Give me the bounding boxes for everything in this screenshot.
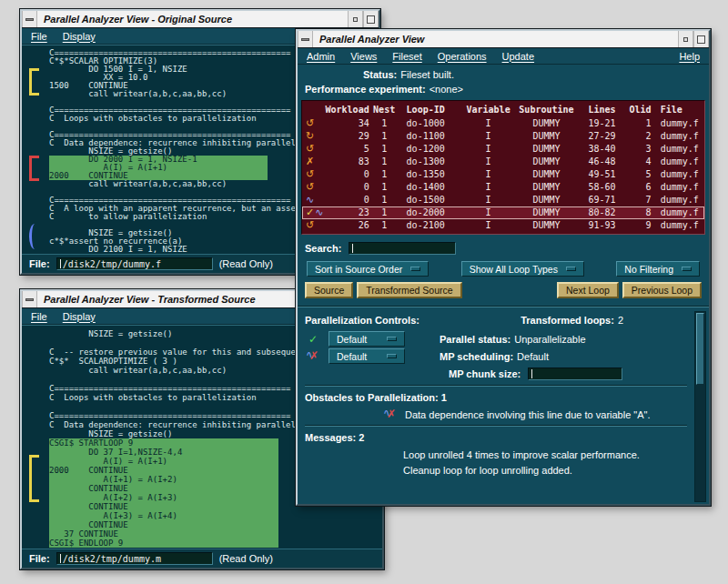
control-row-1: ✓ Default Parallel status:Unparallelizab… xyxy=(305,330,687,347)
menu-item[interactable]: Fileset xyxy=(392,51,421,62)
menu-item[interactable]: Operations xyxy=(438,51,487,62)
file-path-field[interactable]: /disk2/tmp/dummy.m xyxy=(56,552,213,565)
file-label: File: xyxy=(29,258,50,269)
loop-status-icon: ↺ xyxy=(302,219,325,232)
loop-status-icon: ∿ xyxy=(302,194,325,206)
cell-file: dummy.f xyxy=(652,117,704,130)
table-row[interactable]: ↻ 29 1 do-1100 I DUMMY 27-29 2 dummy.f xyxy=(302,130,704,143)
transformed-source-button[interactable]: Transformed Source xyxy=(357,282,461,298)
menu-item[interactable]: Display xyxy=(63,311,96,322)
option-menu-indicator-icon xyxy=(566,267,576,271)
mp-scheduling-value: Default xyxy=(517,351,549,362)
cell-loop-id: do-2100 xyxy=(399,219,463,232)
cell-olid: 4 xyxy=(625,156,652,168)
cell-olid: 5 xyxy=(625,168,652,181)
menubar: Admin Views Fileset Operations Update He… xyxy=(298,48,709,65)
table-row[interactable]: ↺ 0 1 do-1400 I DUMMY 58-60 6 dummy.f xyxy=(302,181,704,194)
control-row-2: ∿✗ Default MP scheduling:Default xyxy=(305,347,687,365)
window-menu-button[interactable] xyxy=(298,31,313,47)
search-row: Search: xyxy=(298,237,709,257)
table-row[interactable]: ✗ 83 1 do-1300 I DUMMY 46-48 4 dummy.f xyxy=(302,156,704,168)
table-row[interactable]: ↺ 5 1 do-1200 I DUMMY 38-40 3 dummy.f xyxy=(302,143,704,156)
mp-scheduling: MP scheduling:Default xyxy=(440,351,552,362)
menu-item[interactable]: Admin xyxy=(307,51,335,62)
cell-file: dummy.f xyxy=(652,194,704,206)
cell-workload: 23 xyxy=(325,206,369,219)
parallelization-default-menu-2[interactable]: Default xyxy=(329,348,405,364)
cell-olid: 8 xyxy=(625,206,652,219)
search-input[interactable] xyxy=(349,242,456,255)
cell-nest: 1 xyxy=(369,156,399,168)
cell-loop-id: do-1500 xyxy=(399,194,463,206)
menu-item[interactable]: File xyxy=(31,311,47,322)
header-nest: Nest xyxy=(369,104,399,116)
cell-workload: 0 xyxy=(325,168,369,181)
loop-marker-yellow-icon[interactable] xyxy=(29,68,39,96)
cell-workload: 5 xyxy=(325,143,369,156)
loop-marker-blue-icon[interactable] xyxy=(29,224,37,249)
minimize-button[interactable] xyxy=(348,11,363,27)
table-row[interactable]: ↺ 34 1 do-1000 I DUMMY 19-21 1 dummy.f xyxy=(302,117,704,130)
menu-help[interactable]: Help xyxy=(679,51,700,62)
cell-nest: 1 xyxy=(369,194,399,206)
menu-item[interactable]: Update xyxy=(502,51,534,62)
header-file: File xyxy=(652,104,704,116)
loop-types-menu[interactable]: Show All Loop Types xyxy=(461,261,584,277)
table-row[interactable]: ↺ 0 1 do-1350 I DUMMY 49-51 5 dummy.f xyxy=(302,168,704,181)
menu-item[interactable]: Display xyxy=(63,31,96,42)
cell-workload: 0 xyxy=(325,194,369,206)
cell-lines: 19-21 xyxy=(579,117,624,130)
titlebar-original[interactable]: Parallel Analyzer View - Original Source xyxy=(22,11,379,28)
titlebar-main[interactable]: Parallel Analyzer View xyxy=(298,31,709,48)
file-path-field[interactable]: /disk2/tmp/dummy.f xyxy=(56,257,213,270)
window-menu-button[interactable] xyxy=(22,11,37,27)
loop-marker-yellow-icon[interactable] xyxy=(29,455,39,502)
next-loop-button[interactable]: Next Loop xyxy=(557,282,619,298)
mp-chunk-size-input[interactable] xyxy=(528,368,622,380)
obstacle-item[interactable]: ∿✗ Data dependence involving this line d… xyxy=(305,407,687,423)
cell-lines: 80-82 xyxy=(579,206,624,219)
maximize-button[interactable] xyxy=(363,11,379,27)
transformed-loops-value: 2 xyxy=(618,315,623,326)
cell-lines: 38-40 xyxy=(579,143,624,156)
option-menu-indicator-icon xyxy=(682,267,692,271)
parallel-check-icon[interactable]: ✓ xyxy=(305,334,321,345)
cell-file: dummy.f xyxy=(652,156,704,168)
previous-loop-button[interactable]: Previous Loop xyxy=(622,282,702,298)
menu-item[interactable]: File xyxy=(31,31,47,42)
window-menu-button[interactable] xyxy=(22,291,37,307)
window-menu-icon xyxy=(301,38,309,41)
scrollbar-thumb[interactable] xyxy=(696,313,704,385)
minimize-button[interactable] xyxy=(678,31,693,47)
loop-marker-red-icon[interactable] xyxy=(29,156,39,181)
window-menu-icon xyxy=(25,298,34,301)
filtering-menu[interactable]: No Filtering xyxy=(616,261,700,277)
cell-olid: 6 xyxy=(625,181,652,194)
sort-order-menu[interactable]: Sort in Source Order xyxy=(307,261,429,277)
cell-file: dummy.f xyxy=(652,130,704,143)
scrollbar[interactable] xyxy=(694,311,706,502)
table-row[interactable]: ↺ 26 1 do-2100 I DUMMY 91-93 9 dummy.f xyxy=(302,219,704,232)
text-caret xyxy=(531,369,532,378)
cell-nest: 1 xyxy=(369,117,399,130)
code-line: CONTINUE xyxy=(49,502,278,511)
text-caret xyxy=(352,244,353,253)
parallelization-default-menu-1[interactable]: Default xyxy=(329,331,405,347)
transformed-loops-label: Transformed loops: xyxy=(521,315,614,326)
table-row[interactable]: ✓∿ 23 1 do-2000 I DUMMY 80-82 8 dummy.f xyxy=(302,206,704,219)
header-variable: Variable xyxy=(463,104,514,116)
loop-status-icon: ↺ xyxy=(302,181,325,194)
text-caret xyxy=(60,259,61,268)
menu-item[interactable]: Views xyxy=(350,51,377,62)
cell-file: dummy.f xyxy=(652,168,704,181)
loop-status-icon: ↻ xyxy=(302,130,325,143)
unparallelizable-icon[interactable]: ∿✗ xyxy=(305,350,321,362)
code-line: CSGI$ ENDLOOP 9 xyxy=(49,539,278,548)
source-button[interactable]: Source xyxy=(305,282,353,298)
table-row[interactable]: ∿ 0 1 do-1500 I DUMMY 69-71 7 dummy.f xyxy=(302,194,704,206)
cell-subroutine: DUMMY xyxy=(514,117,580,130)
file-label: File: xyxy=(29,553,50,564)
maximize-button[interactable] xyxy=(693,31,709,47)
controls-title: Parallelization Controls: xyxy=(305,315,420,326)
cell-file: dummy.f xyxy=(652,206,704,219)
